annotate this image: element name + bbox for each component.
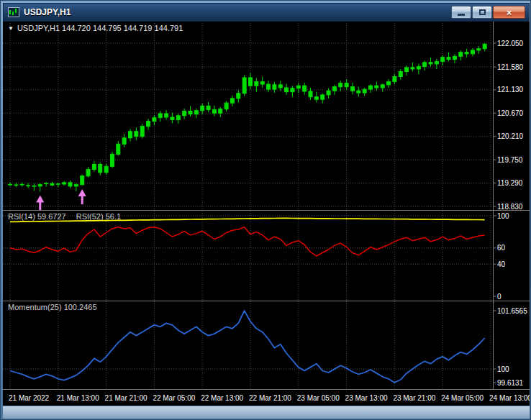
candle-body	[129, 132, 132, 138]
candle-body	[140, 127, 144, 137]
candle-body	[345, 83, 348, 87]
minimize-button[interactable]	[451, 6, 471, 19]
candle-body	[435, 61, 438, 64]
candle-body	[363, 89, 366, 93]
candle-body	[303, 86, 307, 91]
price-axis-label[interactable]: 121.580	[497, 63, 524, 71]
candle-body	[357, 91, 360, 93]
time-axis-label[interactable]: 22 Mar 13:00	[201, 394, 243, 402]
time-axis-label[interactable]: 24 Mar 05:00	[441, 394, 484, 402]
candle-body	[86, 170, 90, 176]
candle-body	[183, 111, 186, 115]
momentum-line	[10, 311, 485, 383]
titlebar[interactable]: USDJPY,H1 ×	[3, 3, 530, 22]
collapse-caret-icon[interactable]: ▼	[8, 25, 14, 32]
candle-body	[165, 114, 168, 117]
candle-body	[122, 138, 126, 144]
candle-body	[212, 109, 216, 113]
rsi-slow-label: RSI(52) 56.1	[76, 212, 121, 221]
candle-body	[321, 95, 324, 99]
candle-body	[117, 144, 120, 154]
candle-body	[314, 97, 318, 100]
time-axis-label[interactable]: 23 Mar 21:00	[393, 394, 435, 402]
window-controls: ×	[451, 6, 525, 19]
time-axis-label[interactable]: 21 Mar 2022	[9, 394, 50, 402]
time-axis-label[interactable]: 23 Mar 05:00	[297, 394, 340, 402]
candle-body	[158, 114, 162, 118]
candle-body	[68, 183, 72, 186]
window-title: USDJPY,H1	[24, 7, 451, 17]
candle-body	[375, 86, 378, 88]
candle-body	[92, 164, 96, 169]
chart-area[interactable]: 122.050121.580121.130120.670120.210119.7…	[3, 22, 530, 406]
time-axis-label[interactable]: 23 Mar 13:00	[345, 394, 388, 402]
buy-arrow-icon[interactable]	[78, 189, 86, 196]
candle-body	[405, 68, 409, 72]
candle-body	[471, 50, 474, 54]
time-axis-label[interactable]: 22 Mar 05:00	[153, 394, 195, 402]
candle-body	[465, 52, 468, 54]
candle-body	[74, 185, 78, 186]
candle-body	[350, 87, 354, 91]
candle-body	[381, 85, 384, 88]
rsi-axis-label[interactable]: 40	[497, 260, 506, 268]
candle-body	[447, 58, 450, 60]
candle-body	[267, 84, 271, 89]
candle-body	[237, 93, 240, 99]
rsi-axis-label[interactable]: 0	[497, 293, 502, 301]
candle-body	[230, 99, 234, 103]
restore-button[interactable]	[472, 6, 492, 19]
candle-body	[81, 176, 84, 185]
candle-body	[260, 82, 264, 85]
candle-body	[441, 58, 445, 62]
rsi-fast-line	[10, 227, 485, 256]
candle-body	[393, 77, 396, 82]
momentum-pane-label: Momentum(25) 100.2465	[8, 303, 97, 311]
candle-body	[206, 106, 210, 109]
candle-body	[50, 183, 54, 185]
time-axis-label[interactable]: 22 Mar 21:00	[249, 394, 291, 402]
candle-body	[417, 66, 420, 69]
candle-body	[296, 86, 300, 88]
candle-body	[224, 103, 228, 109]
momentum-axis-label[interactable]: 100	[497, 365, 509, 373]
minimize-icon	[458, 14, 465, 16]
candle-body	[309, 91, 312, 97]
candle-body	[249, 78, 253, 86]
momentum-axis-label[interactable]: 101.6565	[497, 307, 527, 315]
candle-body	[99, 164, 102, 172]
price-axis-label[interactable]: 119.750	[497, 156, 523, 164]
candle-body	[327, 91, 330, 95]
candle-body	[219, 109, 222, 114]
rsi-pane-label: RSI(14) 59.6727RSI(52) 56.1	[8, 212, 131, 221]
price-axis-label[interactable]: 121.130	[497, 86, 524, 93]
close-button[interactable]: ×	[493, 6, 525, 19]
time-axis-label[interactable]: 21 Mar 21:00	[105, 394, 148, 402]
price-axis-label[interactable]: 120.210	[497, 132, 524, 140]
restore-icon	[479, 9, 486, 15]
chart-window: USDJPY,H1 × 122.050121.580121.130120.670…	[0, 0, 531, 420]
price-axis-label[interactable]: 122.050	[497, 40, 524, 47]
momentum-axis-label[interactable]: 99.6131	[497, 379, 524, 387]
chart-window-icon	[7, 6, 20, 18]
time-axis-label[interactable]: 21 Mar 13:00	[57, 394, 99, 402]
rsi-fast-label: RSI(14) 59.6727	[8, 212, 66, 221]
rsi-axis-label[interactable]: 60	[497, 244, 506, 252]
candle-body	[273, 85, 276, 89]
candle-body	[38, 185, 42, 186]
buy-arrow-icon[interactable]	[36, 196, 44, 203]
rsi-axis-label[interactable]: 100	[497, 212, 509, 220]
candle-body	[339, 83, 342, 87]
time-axis-label[interactable]: 24 Mar 13:00	[489, 394, 530, 402]
candle-body	[278, 85, 282, 88]
price-axis-label[interactable]: 120.670	[497, 109, 524, 117]
price-axis-label[interactable]: 118.830	[497, 203, 523, 211]
candle-body	[63, 183, 66, 184]
candle-body	[483, 44, 486, 48]
candle-body	[176, 116, 180, 120]
window-bottom-border	[3, 406, 530, 419]
candle-body	[399, 71, 402, 76]
candle-body	[201, 106, 204, 110]
price-axis-label[interactable]: 119.290	[497, 179, 523, 187]
ohlc-readout: USDJPY,H1 144.720 144.795 144.719 144.79…	[17, 24, 183, 32]
